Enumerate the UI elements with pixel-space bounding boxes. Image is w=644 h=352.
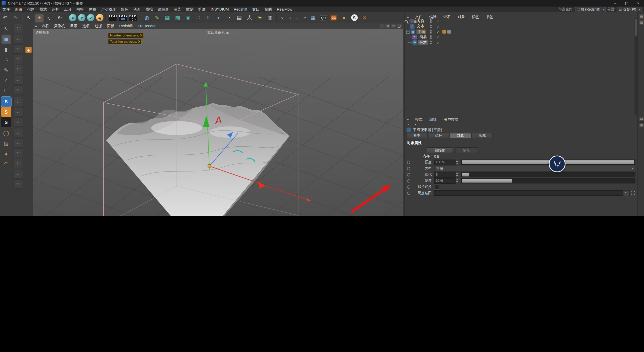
axis-y-lock-button[interactable]: Y: [78, 14, 85, 21]
stiffness-field[interactable]: 30 %: [434, 178, 456, 184]
texture-tag-icon[interactable]: [442, 30, 446, 34]
stiffness-map-field[interactable]: [434, 190, 623, 196]
keyframe-circle-icon[interactable]: [407, 191, 410, 195]
layout-tab-icon[interactable]: ▤: [639, 14, 644, 19]
keyframe-circle-icon[interactable]: [407, 161, 410, 164]
object-name[interactable]: 备份: [416, 19, 425, 23]
add-palette-button[interactable]: +: [25, 47, 31, 53]
arrow-down-button[interactable]: ↓: [294, 14, 300, 21]
lock-icon[interactable]: ▪: [415, 122, 416, 126]
model-mode-button[interactable]: ◼: [1, 34, 11, 44]
layout-tab-icon[interactable]: ▥: [639, 20, 644, 25]
move-tool-button[interactable]: +: [34, 13, 44, 22]
type-select[interactable]: 平滑: [434, 165, 635, 171]
magnet-button[interactable]: ∩: [286, 14, 293, 21]
menu-extensions[interactable]: 扩展: [196, 7, 208, 12]
menu-file[interactable]: 文件: [0, 7, 12, 12]
object-name[interactable]: 文本: [416, 24, 425, 29]
iterations-slider[interactable]: [461, 172, 635, 177]
render-view-button[interactable]: [108, 13, 117, 22]
qr-plugin-button[interactable]: QR: [319, 13, 328, 22]
palette2-icon-14[interactable]: ∷: [14, 159, 23, 168]
render-picture-viewer-button[interactable]: [118, 13, 128, 22]
jb-plugin-button[interactable]: JB: [329, 13, 339, 22]
menu-mograph[interactable]: 运动图形: [99, 7, 118, 12]
stepper-icon[interactable]: [456, 179, 459, 183]
stepper-icon[interactable]: [456, 160, 459, 164]
array-button[interactable]: ▤: [234, 13, 244, 22]
palette2-icon-5[interactable]: ∷: [14, 65, 23, 74]
spline-pen-button[interactable]: ✎: [152, 13, 162, 22]
axis-x-lock-button[interactable]: X: [69, 14, 76, 21]
menu-sculpt[interactable]: 雕刻: [184, 7, 196, 12]
am-menu-mode[interactable]: 模式: [413, 117, 425, 121]
object-name[interactable]: 平滑: [418, 40, 428, 45]
menu-simulate[interactable]: 模拟: [143, 7, 155, 12]
arc-tool-button[interactable]: ◠: [1, 159, 11, 168]
palette2-icon-13[interactable]: ∷: [14, 149, 23, 158]
matrix-button[interactable]: ∷: [193, 13, 203, 22]
object-row-backup[interactable]: ▱ 备份 ✓: [405, 18, 634, 24]
scroll-thumb[interactable]: [635, 19, 637, 36]
menu-volume[interactable]: 体积: [86, 7, 99, 12]
simulation-button[interactable]: ◔: [224, 13, 234, 22]
redo-button[interactable]: ↷: [11, 13, 20, 22]
menu-tracker[interactable]: 跟踪器: [155, 7, 171, 12]
viewport-zoom-icon[interactable]: ⊕: [385, 24, 390, 28]
tab-coordinates[interactable]: 坐标: [428, 133, 449, 138]
palette2-icon-7[interactable]: ∷: [14, 85, 23, 95]
spline-tool-button[interactable]: ∟: [1, 85, 11, 95]
history-forward-icon[interactable]: ›: [408, 122, 409, 126]
close-button[interactable]: ×: [632, 0, 644, 7]
tab-falloff[interactable]: 衰减: [471, 133, 493, 138]
image-button[interactable]: ▥: [265, 13, 275, 22]
environment-button[interactable]: ◐: [214, 13, 224, 22]
layout-tab-icon[interactable]: ▤: [639, 116, 644, 122]
parent-up-icon[interactable]: ↑: [411, 122, 413, 126]
visibility-dots[interactable]: [430, 35, 432, 39]
snap-toggle-button[interactable]: ∿: [279, 14, 286, 21]
pen-tool-button[interactable]: ✎: [1, 65, 11, 75]
tweak-tool-button[interactable]: ↖: [1, 24, 11, 34]
rotate-tool-button[interactable]: ↻: [55, 13, 65, 22]
menu-select[interactable]: 选择: [49, 7, 62, 12]
node-space-select[interactable]: 当前 (Redshift): [575, 7, 606, 12]
subdivision-surface-button[interactable]: ◍: [142, 13, 152, 22]
menu-tools[interactable]: 工具: [62, 7, 74, 12]
palette2-icon-6[interactable]: ∷: [14, 75, 23, 85]
menu-animate[interactable]: 动画: [131, 7, 143, 12]
palette2-icon-4[interactable]: ∷: [14, 55, 23, 64]
viewport-pan-icon[interactable]: +: [380, 24, 385, 28]
menu-edit[interactable]: 编辑: [12, 7, 25, 12]
live-selection-tool-button[interactable]: ↖: [24, 13, 34, 22]
viewport-menu-camera[interactable]: 摄像机: [52, 23, 68, 29]
palette2-icon-8[interactable]: ∷: [14, 97, 23, 106]
keyframe-circle-icon[interactable]: [407, 179, 410, 182]
stiffness-map-dropdown[interactable]: [624, 190, 630, 196]
keep-displacement-checkbox[interactable]: [434, 184, 439, 189]
viewport-menu-view[interactable]: 查看: [39, 23, 52, 29]
physical-sky-button[interactable]: ●: [339, 13, 349, 22]
remesh-button[interactable]: ▧: [173, 13, 182, 22]
enabled-check-icon[interactable]: ✓: [437, 40, 440, 45]
viewport-rotate-icon[interactable]: ↻: [391, 24, 396, 28]
palette2-icon-12[interactable]: ∷: [14, 138, 23, 148]
enabled-check-icon[interactable]: ✓: [437, 35, 440, 39]
tab-basic[interactable]: 基本: [406, 133, 428, 138]
menu-mode[interactable]: 模式: [37, 7, 49, 12]
enabled-check-icon[interactable]: ✓: [437, 30, 440, 34]
palette2-icon-10[interactable]: ∷: [14, 117, 23, 127]
palette2-icon-3[interactable]: ∷: [14, 44, 23, 54]
viewport-menu-filter[interactable]: 过滤: [92, 23, 104, 29]
coordinate-system-button[interactable]: ◉: [96, 14, 103, 21]
pyramid-tool-button[interactable]: ▲: [1, 149, 11, 158]
viewport-canvas[interactable]: A Y Z X 透视视图 默认摄像机 ▣ Number of emitters:…: [33, 29, 404, 216]
stepper-icon[interactable]: [456, 172, 459, 177]
am-menu-edit[interactable]: 编辑: [427, 117, 439, 121]
texture-mode-button[interactable]: ▮: [1, 44, 11, 54]
menu-create[interactable]: 创建: [25, 7, 37, 12]
history-back-icon[interactable]: ‹: [405, 122, 406, 126]
volume-builder-button[interactable]: ▦: [163, 13, 172, 22]
undo-button[interactable]: ↶: [1, 13, 10, 22]
torus-tool-button[interactable]: ◯: [1, 128, 11, 138]
